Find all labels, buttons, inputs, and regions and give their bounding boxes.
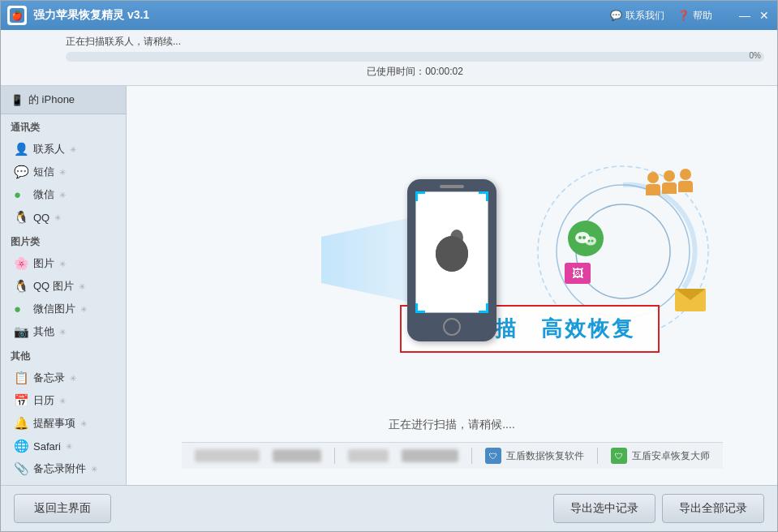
contacts-icon: 👤 [14,142,28,157]
sidebar-item-qq[interactable]: 🐧 QQ ✳ [1,206,126,229]
notes-icon: 📋 [14,371,28,385]
calendar-icon: 📅 [14,393,28,408]
app-icon: 🍎 [7,6,27,25]
loading-indicator: ✳ [59,168,66,177]
section-photos-title: 图片类 [1,229,126,252]
sidebar-item-wechat-photos[interactable]: ● 微信图片 ✳ [1,298,126,320]
loading-indicator: ✳ [80,305,87,314]
device-icon: 📱 [11,94,24,106]
ad-blur-3 [348,449,389,462]
sidebar-item-reminders[interactable]: 🔔 提醒事项 ✳ [1,412,126,435]
phone-graphic [407,179,496,341]
reminders-icon: 🔔 [14,416,28,431]
progress-label: 正在扫描联系人，请稍续... [66,35,764,49]
phone-speaker [440,185,464,188]
titlebar-actions: 💬 联系我们 ❓ 帮助 — ✕ [610,9,771,23]
loading-indicator: ✳ [70,374,76,383]
sidebar-item-sms[interactable]: 💬 短信 ✳ [1,161,126,183]
loading-indicator: ✳ [59,328,66,337]
ad-divider-3 [597,448,598,464]
safari-icon: 🌐 [14,439,28,453]
sidebar-item-qq-photos[interactable]: 🐧 QQ 图片 ✳ [1,275,126,298]
main-area: 📱 的 iPhone 通讯类 👤 联系人 ✳ 💬 短信 ✳ ● 微信 ✳ 🐧 [1,86,777,485]
loading-indicator: ✳ [59,260,66,268]
loading-indicator: ✳ [80,419,87,428]
ad-divider-2 [471,448,472,464]
sidebar-item-contacts[interactable]: 👤 联系人 ✳ [1,138,126,161]
phone-screen [415,191,488,313]
sidebar-item-other-photos[interactable]: 📷 其他 ✳ [1,320,126,343]
sms-icon: 💬 [14,165,28,179]
qq-icon: 🐧 [14,210,28,225]
scan-corner-bl [415,303,425,313]
export-all-button[interactable]: 导出全部记录 [662,494,764,523]
ad-blur-2 [273,449,321,462]
illustration: 🖼 深度扫描 高效恢复 [143,102,761,418]
sidebar-item-note-attachments[interactable]: 📎 备忘录附件 ✳ [1,457,126,480]
loading-indicator: ✳ [66,442,72,451]
contact-us-button[interactable]: 💬 联系我们 [610,9,664,23]
svg-text:🍎: 🍎 [11,10,23,21]
svg-point-13 [591,239,594,242]
section-other-title: 其他 [1,343,126,367]
qq-photos-icon: 🐧 [14,279,28,294]
progress-area: 正在扫描联系人，请稍续... 0% 已使用时间：00:00:02 [1,30,777,86]
sidebar-item-photos[interactable]: 🌸 图片 ✳ [1,252,126,275]
footer: 返回主界面 导出选中记录 导出全部记录 [1,485,777,531]
photo-data-icon: 🖼 [565,263,591,284]
chat-icon: 💬 [610,10,622,21]
back-to-home-button[interactable]: 返回主界面 [14,494,111,523]
scan-corner-tl [415,191,425,201]
sidebar-item-wechat[interactable]: ● 微信 ✳ [1,183,126,206]
email-data-icon [675,289,706,311]
ad-blur-4 [402,449,458,462]
loading-indicator: ✳ [70,145,76,154]
photos-icon: 🌸 [14,256,28,271]
wechat-data-icon [568,221,604,256]
scan-corner-tr [479,191,488,201]
svg-point-12 [588,239,591,242]
minimize-button[interactable]: — [738,9,751,22]
app-title: 强力苹果恢复精灵 v3.1 [33,8,610,23]
device-label: 📱 的 iPhone [1,86,126,114]
ad-item-1[interactable]: 🛡 互盾数据恢复软件 [485,448,584,464]
ad-item-2[interactable]: 🛡 互盾安卓恢复大师 [611,448,710,464]
ad-divider-1 [334,448,335,464]
svg-point-10 [582,236,586,239]
phone-home-button [443,318,461,336]
sidebar: 📱 的 iPhone 通讯类 👤 联系人 ✳ 💬 短信 ✳ ● 微信 ✳ 🐧 [1,86,127,485]
svg-point-9 [578,236,582,239]
window-controls: — ✕ [738,9,771,22]
progress-percent: 0% [750,51,761,60]
svg-point-4 [436,236,468,272]
other-photos-icon: 📷 [14,324,28,339]
ad-blur-1 [195,449,260,462]
export-selected-button[interactable]: 导出选中记录 [553,494,655,523]
loading-indicator: ✳ [91,465,97,474]
loading-indicator: ✳ [59,191,66,200]
sidebar-item-safari[interactable]: 🌐 Safari ✳ [1,435,126,457]
sidebar-item-notes[interactable]: 📋 备忘录 ✳ [1,367,126,389]
svg-point-11 [585,236,596,245]
section-communications-title: 通讯类 [1,114,126,138]
close-button[interactable]: ✕ [758,9,771,22]
help-icon: ❓ [677,10,690,21]
progress-bar: 0% [66,52,764,62]
sidebar-item-calendar[interactable]: 📅 日历 ✳ [1,389,126,412]
help-button[interactable]: ❓ 帮助 [677,9,712,23]
ad-bar: 🛡 互盾数据恢复软件 🛡 互盾安卓恢复大师 [182,442,723,469]
progress-time: 已使用时间：00:00:02 [66,65,764,79]
loading-indicator: ✳ [59,397,66,405]
scan-corner-br [479,303,488,313]
wechat-photos-icon: ● [14,302,28,316]
phone-illustration [407,179,496,341]
loading-indicator: ✳ [54,213,61,222]
contacts-data-icon [646,169,693,195]
note-attachments-icon: 📎 [14,461,28,476]
ad-logo-1: 🛡 [485,448,501,464]
ad-logo-2: 🛡 [611,448,627,464]
scan-text-recover: 高效恢复 [541,315,635,343]
content-area: 🖼 深度扫描 高效恢复 正在进行扫描，请稍候.... � [127,86,777,485]
titlebar: 🍎 强力苹果恢复精灵 v3.1 💬 联系我们 ❓ 帮助 — ✕ [1,1,777,30]
app-window: 🍎 强力苹果恢复精灵 v3.1 💬 联系我们 ❓ 帮助 — ✕ 正在扫描联系人，… [0,0,778,532]
